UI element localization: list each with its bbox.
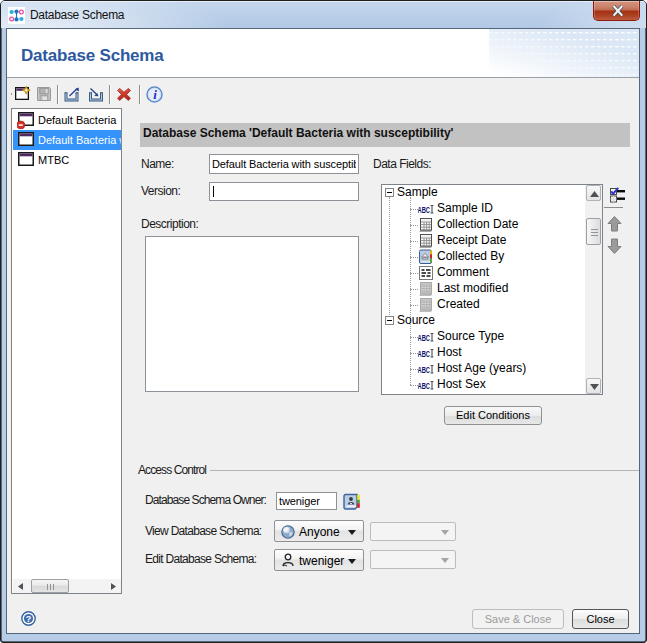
svg-text:i: i	[153, 87, 157, 102]
svg-text:ABC: ABC	[418, 349, 430, 359]
svg-text:ABC: ABC	[418, 381, 430, 391]
svg-text:ABC: ABC	[418, 333, 430, 343]
svg-text:?: ?	[26, 614, 32, 624]
svg-text:ABC: ABC	[418, 205, 430, 215]
svg-text:ABC: ABC	[418, 365, 430, 375]
